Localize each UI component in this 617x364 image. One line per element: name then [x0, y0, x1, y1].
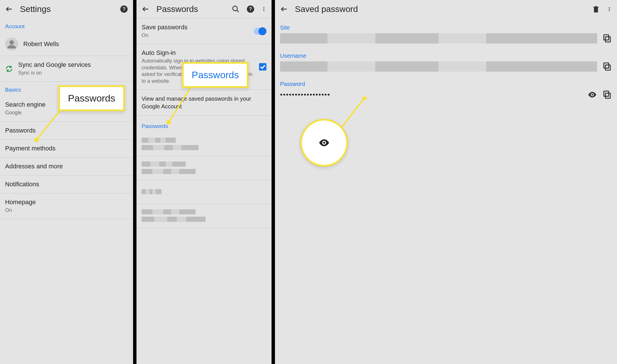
svg-rect-18 — [604, 91, 609, 96]
manage-text: View and manage saved passwords in your — [142, 96, 251, 102]
save-pw-title: Save passwords — [142, 24, 249, 31]
homepage-sub: On — [5, 207, 128, 214]
username-value — [280, 61, 597, 72]
notifications-label: Notifications — [5, 181, 39, 188]
passwords-header: Passwords — [136, 116, 272, 132]
payment-row[interactable]: Payment methods — [0, 140, 133, 158]
svg-rect-12 — [605, 37, 610, 42]
username-label: Username — [275, 46, 617, 61]
svg-point-7 — [263, 9, 264, 9]
user-name: Robert Wells — [23, 40, 128, 48]
saved-password-item[interactable] — [136, 204, 272, 228]
manage-row[interactable]: View and manage saved passwords in your … — [136, 90, 272, 116]
back-icon[interactable] — [280, 5, 288, 13]
delete-icon[interactable] — [592, 5, 600, 13]
avatar — [5, 38, 18, 51]
help-icon[interactable]: ? — [247, 5, 254, 13]
addresses-row[interactable]: Addresses and more — [0, 158, 133, 175]
svg-point-3 — [233, 6, 237, 11]
sync-sub: Sync is on — [18, 70, 128, 76]
account-row[interactable]: Robert Wells — [0, 32, 133, 56]
sync-title: Sync and Google services — [18, 61, 128, 69]
save-pw-toggle[interactable] — [254, 28, 266, 35]
site-label: Site — [275, 18, 617, 33]
page-title: Passwords — [156, 4, 198, 14]
callout-eye — [300, 119, 348, 167]
svg-point-10 — [609, 9, 610, 9]
svg-text:?: ? — [123, 6, 126, 12]
homepage-title: Homepage — [5, 198, 128, 206]
saved-password-item[interactable] — [136, 156, 272, 180]
more-icon[interactable] — [261, 5, 266, 13]
homepage-row[interactable]: Homepage On — [0, 193, 133, 219]
settings-panel: Settings ? Account Robert Wells Sync and… — [0, 0, 133, 364]
payment-label: Payment methods — [5, 145, 55, 152]
google-account-link[interactable]: Google Account — [142, 103, 182, 109]
site-value — [280, 33, 597, 44]
passwords-panel: Passwords ? Save passwords On Auto Sign-… — [136, 0, 272, 364]
saved-password-item[interactable] — [136, 180, 272, 204]
back-icon[interactable] — [5, 5, 13, 13]
svg-text:?: ? — [249, 6, 252, 12]
notifications-row[interactable]: Notifications — [0, 175, 133, 193]
save-pw-sub: On — [142, 32, 249, 39]
page-title: Settings — [20, 4, 51, 14]
password-label: Password — [275, 75, 617, 90]
copy-password-button[interactable] — [602, 90, 612, 100]
svg-rect-14 — [605, 65, 610, 70]
help-icon[interactable]: ? — [120, 5, 128, 13]
sync-row[interactable]: Sync and Google services Sync is on — [0, 56, 133, 82]
section-account: Account — [0, 18, 133, 32]
svg-point-11 — [609, 10, 610, 11]
copy-site-button[interactable] — [602, 34, 612, 43]
more-icon[interactable] — [607, 5, 612, 13]
svg-point-16 — [591, 94, 593, 96]
passwords-label: Passwords — [5, 127, 36, 134]
svg-rect-13 — [604, 35, 609, 40]
auto-checkbox[interactable] — [259, 63, 266, 71]
svg-point-9 — [609, 7, 610, 8]
password-value: ••••••••••••••••• — [280, 90, 582, 100]
auto-title: Auto Sign-in — [142, 49, 254, 57]
back-icon[interactable] — [142, 5, 150, 13]
svg-point-23 — [323, 142, 325, 144]
svg-rect-17 — [605, 93, 610, 98]
page-title: Saved password — [295, 4, 358, 14]
separator — [133, 0, 136, 364]
saved-password-item[interactable] — [136, 132, 272, 156]
save-passwords-row[interactable]: Save passwords On — [136, 18, 272, 44]
search-icon[interactable] — [232, 5, 240, 13]
svg-rect-15 — [604, 63, 609, 68]
show-password-button[interactable] — [587, 90, 597, 100]
svg-point-2 — [9, 40, 14, 45]
sync-icon — [5, 65, 13, 73]
saved-password-panel: Saved password Site Username Password — [275, 0, 617, 364]
separator — [272, 0, 275, 364]
addresses-label: Addresses and more — [5, 163, 63, 170]
svg-point-8 — [263, 10, 264, 11]
callout-passwords-1: Passwords — [58, 85, 125, 111]
passwords-row[interactable]: Passwords — [0, 122, 133, 140]
svg-point-6 — [263, 7, 264, 8]
callout-passwords-2: Passwords — [182, 62, 249, 88]
copy-username-button[interactable] — [602, 62, 612, 71]
